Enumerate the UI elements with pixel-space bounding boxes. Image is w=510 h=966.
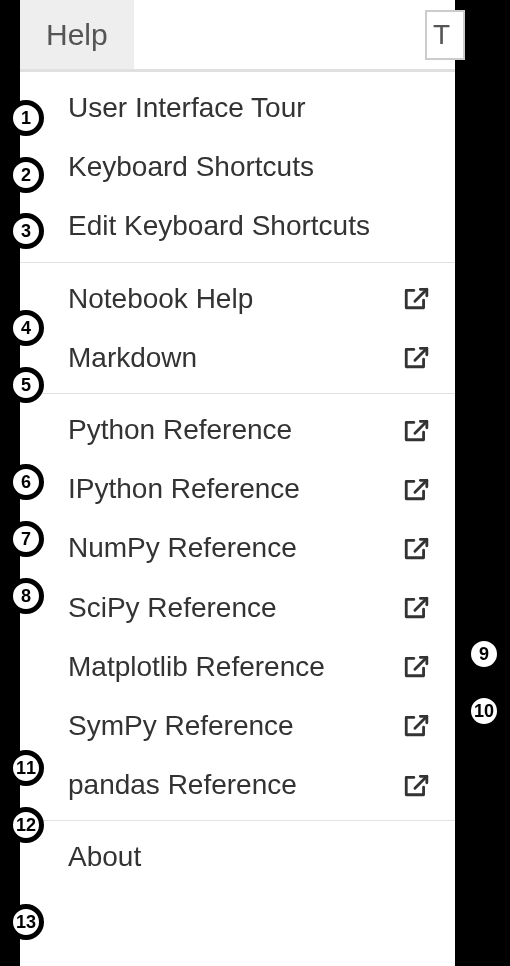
annotation-badge: 2 xyxy=(8,157,44,193)
trusted-indicator-text: T xyxy=(433,19,450,51)
external-link-icon xyxy=(402,416,430,444)
menu-item[interactable]: Markdown xyxy=(20,328,455,387)
trusted-indicator[interactable]: T xyxy=(425,10,465,60)
annotation-badge: 3 xyxy=(8,213,44,249)
menu-item[interactable]: NumPy Reference xyxy=(20,518,455,577)
menu-item[interactable]: SciPy Reference xyxy=(20,578,455,637)
external-link-icon xyxy=(402,475,430,503)
menu-item[interactable]: Matplotlib Reference xyxy=(20,637,455,696)
external-link-icon xyxy=(402,534,430,562)
external-link-icon xyxy=(402,711,430,739)
menu-item-label: About xyxy=(68,837,141,876)
menu-item-label: SymPy Reference xyxy=(68,706,294,745)
help-menu-button[interactable]: Help xyxy=(20,0,135,69)
annotation-badge: 4 xyxy=(8,310,44,346)
external-link-icon xyxy=(402,771,430,799)
menu-item-label: SciPy Reference xyxy=(68,588,277,627)
menu-item[interactable]: Edit Keyboard Shortcuts xyxy=(20,196,455,255)
menu-item[interactable]: Keyboard Shortcuts xyxy=(20,137,455,196)
annotation-badge: 12 xyxy=(8,807,44,843)
menu-group: User Interface TourKeyboard ShortcutsEdi… xyxy=(20,72,455,263)
help-menu-label: Help xyxy=(46,18,108,52)
annotation-badge: 5 xyxy=(8,367,44,403)
annotation-badge: 6 xyxy=(8,464,44,500)
annotation-badge: 8 xyxy=(8,578,44,614)
external-link-icon xyxy=(402,593,430,621)
menu-group: About xyxy=(20,821,455,892)
menu-header: Help xyxy=(20,0,455,72)
annotation-badge: 10 xyxy=(466,693,502,729)
menu-item-label: Python Reference xyxy=(68,410,292,449)
menu-item[interactable]: IPython Reference xyxy=(20,459,455,518)
annotation-badge: 13 xyxy=(8,904,44,940)
menu-group: Python ReferenceIPython ReferenceNumPy R… xyxy=(20,394,455,821)
menu-item-label: Keyboard Shortcuts xyxy=(68,147,314,186)
menu-item-label: pandas Reference xyxy=(68,765,297,804)
menu-item[interactable]: pandas Reference xyxy=(20,755,455,814)
menu-item[interactable]: SymPy Reference xyxy=(20,696,455,755)
menu-item[interactable]: Notebook Help xyxy=(20,269,455,328)
menu-item[interactable]: Python Reference xyxy=(20,400,455,459)
annotation-badge: 1 xyxy=(8,100,44,136)
annotation-badge: 7 xyxy=(8,521,44,557)
help-menu-list: User Interface TourKeyboard ShortcutsEdi… xyxy=(20,72,455,892)
external-link-icon xyxy=(402,343,430,371)
menu-item-label: Markdown xyxy=(68,338,197,377)
menu-item-label: Edit Keyboard Shortcuts xyxy=(68,206,370,245)
external-link-icon xyxy=(402,284,430,312)
menu-item-label: Matplotlib Reference xyxy=(68,647,325,686)
menu-item[interactable]: User Interface Tour xyxy=(20,78,455,137)
menu-item-label: IPython Reference xyxy=(68,469,300,508)
external-link-icon xyxy=(402,652,430,680)
annotation-badge: 11 xyxy=(8,750,44,786)
help-dropdown-frame: Help T User Interface TourKeyboard Short… xyxy=(20,0,455,966)
menu-item-label: Notebook Help xyxy=(68,279,253,318)
menu-item[interactable]: About xyxy=(20,827,455,886)
menu-item-label: User Interface Tour xyxy=(68,88,306,127)
menu-item-label: NumPy Reference xyxy=(68,528,297,567)
annotation-badge: 9 xyxy=(466,636,502,672)
menu-group: Notebook HelpMarkdown xyxy=(20,263,455,394)
